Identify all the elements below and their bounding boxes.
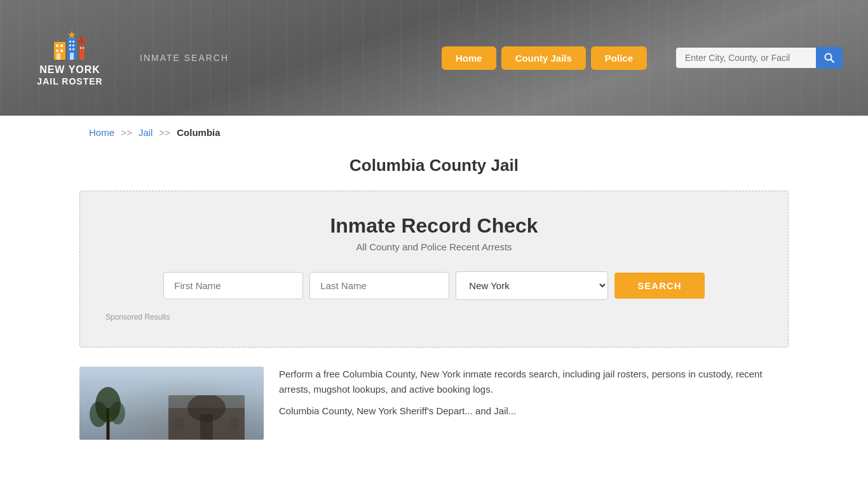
svg-rect-10: [72, 44, 74, 46]
svg-rect-8: [72, 41, 74, 43]
header-search-button[interactable]: [816, 47, 843, 69]
breadcrumb-home-link[interactable]: Home: [89, 127, 114, 138]
breadcrumb-sep-1: >>: [121, 127, 132, 138]
breadcrumb-current: Columbia: [177, 127, 220, 138]
breadcrumb-sep-2: >>: [159, 127, 171, 138]
svg-rect-1: [56, 44, 58, 47]
svg-rect-11: [69, 48, 71, 50]
logo-title-line2: JAIL ROSTER: [37, 76, 102, 86]
nav-county-jails-button[interactable]: County Jails: [501, 46, 586, 70]
site-header: NEW YORK JAIL ROSTER INMATE SEARCH Home …: [0, 0, 868, 116]
inmate-search-form: AlabamaAlaskaArizonaArkansasCaliforniaCo…: [105, 271, 763, 300]
svg-rect-19: [83, 47, 84, 49]
record-check-section: Inmate Record Check All County and Polic…: [79, 191, 789, 348]
svg-rect-9: [69, 44, 71, 46]
svg-rect-18: [80, 47, 81, 49]
svg-rect-13: [70, 53, 74, 60]
search-button[interactable]: SEARCH: [614, 273, 704, 299]
bottom-paragraph-1: Perform a free Columbia County, New York…: [279, 367, 789, 397]
inmate-search-label: INMATE SEARCH: [140, 53, 229, 63]
last-name-input[interactable]: [309, 272, 449, 299]
record-check-subtitle: All County and Police Recent Arrests: [105, 241, 763, 252]
svg-rect-3: [56, 50, 58, 52]
nav-police-button[interactable]: Police: [591, 46, 647, 70]
nav-home-button[interactable]: Home: [442, 46, 496, 70]
page-title-area: Columbia County Jail: [0, 149, 868, 191]
svg-rect-4: [60, 50, 63, 52]
logo-icon: [51, 29, 89, 61]
svg-rect-12: [72, 48, 74, 50]
svg-rect-29: [175, 417, 184, 430]
record-check-title: Inmate Record Check: [105, 214, 763, 238]
bottom-content: Perform a free Columbia County, New York…: [79, 367, 789, 440]
header-content: NEW YORK JAIL ROSTER INMATE SEARCH Home …: [0, 0, 868, 116]
bottom-description: Perform a free Columbia County, New York…: [279, 367, 789, 425]
header-search-area: [676, 47, 843, 69]
main-nav: Home County Jails Police: [442, 46, 647, 70]
svg-rect-5: [57, 53, 60, 60]
logo-title-line1: NEW YORK: [39, 64, 100, 76]
breadcrumb-jail-link[interactable]: Jail: [139, 127, 153, 138]
state-select[interactable]: AlabamaAlaskaArizonaArkansasCaliforniaCo…: [456, 271, 608, 300]
building-silhouette: [168, 395, 245, 440]
logo-area[interactable]: NEW YORK JAIL ROSTER: [25, 29, 114, 86]
facility-image: [79, 367, 264, 440]
search-icon: [824, 52, 835, 64]
breadcrumb: Home >> Jail >> Columbia: [0, 116, 868, 149]
first-name-input[interactable]: [163, 272, 303, 299]
svg-rect-28: [200, 414, 213, 440]
bottom-paragraph-2: Columbia County, New York Sheriff's Depa…: [279, 403, 789, 419]
svg-rect-2: [60, 44, 63, 47]
svg-point-24: [90, 402, 107, 427]
tree-silhouette-icon: [89, 383, 127, 440]
sponsored-label: Sponsored Results: [105, 313, 763, 322]
svg-line-21: [831, 60, 834, 63]
svg-rect-30: [229, 417, 238, 430]
svg-marker-14: [68, 30, 76, 39]
page-title: Columbia County Jail: [0, 156, 868, 175]
svg-rect-7: [69, 41, 71, 43]
header-search-input[interactable]: [676, 48, 816, 68]
svg-point-25: [110, 402, 125, 424]
